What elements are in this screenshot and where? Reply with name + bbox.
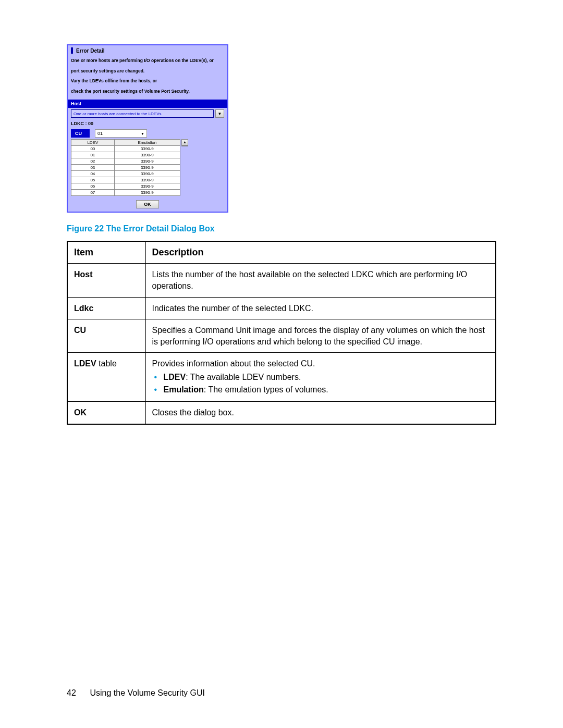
table-row: 003390-9 <box>71 146 180 152</box>
table-row: 073390-9 <box>71 190 180 196</box>
ldev-bullet-list: LDEV: The available LDEV numbers. Emulat… <box>152 372 489 395</box>
desc-ldkc: Indicates the number of the selected LDK… <box>145 297 496 319</box>
desc-host: Lists the number of the host available o… <box>145 264 496 297</box>
emu-cell: 3390-9 <box>114 146 180 152</box>
host-section: Host One or more hosts are connected to … <box>68 100 227 119</box>
desc-ldev: Provides information about the selected … <box>145 353 496 402</box>
host-dropdown-button[interactable]: ▼ <box>215 109 224 118</box>
header-desc: Description <box>145 241 496 264</box>
ldev-table: LDEV Emulation 003390-9 013390-9 023390-… <box>71 139 180 196</box>
table-row: 033390-9 <box>71 165 180 171</box>
emu-cell: 3390-9 <box>114 183 180 190</box>
chevron-down-icon: ▼ <box>218 112 222 116</box>
table-row: 043390-9 <box>71 171 180 177</box>
item-ldev: LDEV table <box>67 353 145 402</box>
ldev-scrollbar[interactable]: ▲ <box>181 139 188 146</box>
description-table: Item Description Host Lists the number o… <box>67 241 496 424</box>
chevron-down-icon: ▼ <box>141 132 144 135</box>
ldev-cell: 01 <box>71 152 115 158</box>
emu-cell: 3390-9 <box>114 165 180 171</box>
desc-row-ok: OK Closes the dialog box. <box>67 402 496 424</box>
table-row: 013390-9 <box>71 152 180 158</box>
cu-dropdown[interactable]: 01 ▼ <box>95 129 147 138</box>
page-footer: 42 Using the Volume Security GUI <box>67 688 205 698</box>
item-ldkc: Ldkc <box>67 297 145 319</box>
desc-row-host: Host Lists the number of the host availa… <box>67 264 496 297</box>
ldkc-label: LDKC : 00 <box>68 119 227 128</box>
host-dropdown-row: One or more hosts are connected to the L… <box>68 108 227 119</box>
emu-cell: 3390-9 <box>114 171 180 177</box>
dialog-title-text: Error Detail <box>76 48 104 54</box>
ldev-cell: 07 <box>71 190 115 196</box>
ldev-table-wrap: LDEV Emulation 003390-9 013390-9 023390-… <box>68 139 227 198</box>
host-label: Host <box>68 100 227 108</box>
ldev-cell: 02 <box>71 158 115 165</box>
emu-cell: 3390-9 <box>114 190 180 196</box>
emu-cell: 3390-9 <box>114 158 180 165</box>
item-cu: CU <box>67 319 145 353</box>
ok-row: OK <box>68 198 227 212</box>
ok-button[interactable]: OK <box>136 200 159 208</box>
emulation-col-header: Emulation <box>114 140 180 146</box>
ldev-col-header: LDEV <box>71 140 115 146</box>
footer-title: Using the Volume Security GUI <box>90 688 205 697</box>
desc-row-ldev: LDEV table Provides information about th… <box>67 353 496 402</box>
title-marker-icon <box>71 47 73 54</box>
figure-caption: Figure 22 The Error Detail Dialog Box <box>67 224 496 233</box>
ldev-bullet-2: Emulation: The emulation types of volume… <box>154 384 489 396</box>
dialog-message-line2: port security settings are changed. <box>68 66 227 77</box>
emu-cell: 3390-9 <box>114 152 180 158</box>
item-host: Host <box>67 264 145 297</box>
ldev-cell: 04 <box>71 171 115 177</box>
error-detail-dialog: Error Detail One or more hosts are perfo… <box>67 44 228 213</box>
ldev-cell: 06 <box>71 183 115 190</box>
table-row: 053390-9 <box>71 177 180 183</box>
desc-cu: Specifies a Command Unit image and force… <box>145 319 496 353</box>
dialog-message-line1: One or more hosts are performing I/O ope… <box>68 56 227 66</box>
scroll-track[interactable] <box>181 145 188 146</box>
scroll-up-icon[interactable]: ▲ <box>181 139 188 145</box>
ldev-cell: 00 <box>71 146 115 152</box>
emu-cell: 3390-9 <box>114 177 180 183</box>
ldev-intro: Provides information about the selected … <box>152 359 315 368</box>
header-item: Item <box>67 241 145 264</box>
desc-row-ldkc: Ldkc Indicates the number of the selecte… <box>67 297 496 319</box>
cu-row: CU 01 ▼ <box>68 128 227 139</box>
cu-label: CU <box>71 129 90 138</box>
ldev-cell: 05 <box>71 177 115 183</box>
desc-header-row: Item Description <box>67 241 496 264</box>
table-row: 063390-9 <box>71 183 180 190</box>
item-ok: OK <box>67 402 145 424</box>
table-row: 023390-9 <box>71 158 180 165</box>
dialog-message-line3: Vary the LDEVs offline from the hosts, o… <box>68 76 227 87</box>
dialog-titlebar: Error Detail <box>68 45 227 56</box>
cu-dropdown-value: 01 <box>97 131 103 136</box>
desc-row-cu: CU Specifies a Command Unit image and fo… <box>67 319 496 353</box>
ldev-cell: 03 <box>71 165 115 171</box>
ldev-table-header-row: LDEV Emulation <box>71 140 180 146</box>
dialog-message-line4: check the port security settings of Volu… <box>68 87 227 97</box>
desc-ok: Closes the dialog box. <box>145 402 496 424</box>
page-number: 42 <box>67 688 76 697</box>
ldev-bullet-1: LDEV: The available LDEV numbers. <box>154 372 489 383</box>
host-dropdown[interactable]: One or more hosts are connected to the L… <box>71 109 214 118</box>
